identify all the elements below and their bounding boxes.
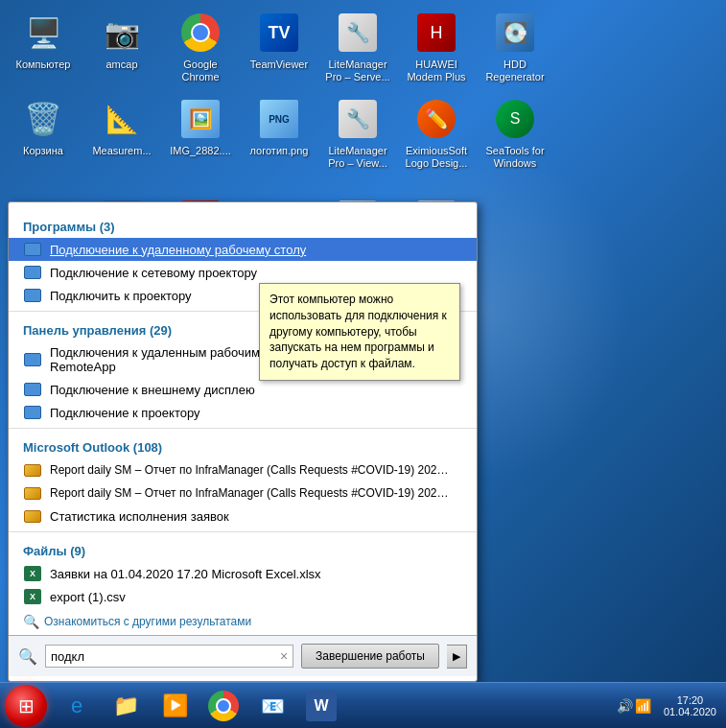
- projector-icon: [23, 288, 42, 303]
- taskbar-ie-button[interactable]: e: [54, 687, 100, 725]
- taskbar-chrome-icon: [208, 691, 239, 721]
- litemanager-server-icon: 🔧: [339, 13, 377, 52]
- shutdown-button[interactable]: Завершение работы: [301, 644, 439, 669]
- hdd-icon: 💽: [496, 13, 534, 52]
- desktop-icon-chrome[interactable]: Google Chrome: [162, 5, 239, 88]
- csv-icon: X: [23, 589, 42, 604]
- divider-2: [9, 428, 477, 429]
- menu-item-external-display[interactable]: Подключение к внешнему дисплею: [9, 378, 477, 401]
- programs-header: Программы (3): [9, 212, 477, 238]
- recycle-bin-icon: 🗑️: [24, 101, 62, 137]
- desktop-icon-amcap[interactable]: 📷 amcap: [83, 5, 160, 88]
- litemanager-view-icon: 🔧: [339, 100, 377, 138]
- windows-logo-icon: ⊞: [18, 694, 35, 717]
- desktop-icon-huawei[interactable]: H HUAWEI Modem Plus: [398, 5, 475, 88]
- shutdown-arrow-button[interactable]: ▶: [447, 645, 467, 669]
- desktop-icon-litemanager-view[interactable]: 🔧 LiteManager Pro – View...: [319, 91, 396, 175]
- taskbar-explorer-button[interactable]: 📁: [103, 687, 149, 725]
- search-area: 🔍 × Завершение работы ▶: [9, 635, 477, 676]
- taskbar-word-icon: W: [306, 691, 337, 721]
- start-button[interactable]: ⊞: [5, 685, 47, 727]
- menu-item-network-projector[interactable]: Подключение к сетевому проектору: [9, 261, 477, 284]
- desktop-icon-recycle[interactable]: 🗑️ Корзина: [5, 91, 82, 175]
- ie-icon: e: [71, 693, 82, 718]
- tray-time: 17:20 01.04.2020: [659, 694, 721, 717]
- outlook-header: Microsoft Outlook (108): [9, 433, 477, 458]
- taskbar-media-button[interactable]: ▶️: [152, 687, 198, 725]
- search-input[interactable]: [51, 649, 276, 664]
- menu-item-rdp[interactable]: Подключение к удаленному рабочему столу: [9, 238, 477, 261]
- taskbar: ⊞ e 📁 ▶️ 📧 W 🔊 📶 17:20 01.04.2020: [0, 682, 726, 728]
- chrome-icon: [181, 13, 220, 52]
- menu-item-outlook1[interactable]: Report daily SM – Отчет по InfraManager …: [9, 458, 477, 481]
- email3-icon: [23, 508, 42, 524]
- network-projector-icon: [23, 265, 42, 280]
- tooltip: Этот компьютер можно использовать для по…: [259, 283, 460, 381]
- start-menu: Программы (3) Подключение к удаленному р…: [8, 201, 478, 682]
- taskbar-outlook-button[interactable]: 📧: [249, 687, 295, 725]
- excel-icon: X: [23, 566, 42, 581]
- explorer-icon: 📁: [113, 693, 139, 718]
- desktop-icon-litemanager-server[interactable]: 🔧 LiteManager Pro – Serve...: [319, 5, 396, 88]
- desktop-icon-measurement[interactable]: 📐 Measurem...: [83, 91, 160, 175]
- system-tray: 🔊 📶: [612, 698, 656, 714]
- desktop-icon-hdd-regenerator[interactable]: 💽 HDD Regenerator: [477, 5, 553, 88]
- desktop-icon-seatools[interactable]: S SeaTools for Windows: [477, 91, 553, 175]
- desktop-icon-img2882[interactable]: 🖼️ IMG_2882....: [162, 91, 239, 175]
- taskbar-word-button[interactable]: W: [298, 687, 344, 725]
- menu-item-outlook2[interactable]: Report daily SM – Отчет по InfraManager …: [9, 481, 477, 505]
- huawei-icon: H: [417, 13, 456, 52]
- search-clear-button[interactable]: ×: [280, 648, 288, 664]
- desktop-icon-computer[interactable]: 🖥️ Компьютер: [5, 5, 82, 88]
- outlook-icon: 📧: [261, 694, 285, 717]
- remoteapp-icon: [23, 352, 42, 367]
- tray-icon-2: 📶: [635, 698, 651, 714]
- teamviewer-icon: TV: [260, 13, 298, 52]
- external-display-icon: [23, 382, 42, 397]
- rdp-icon: [23, 242, 42, 257]
- email2-icon: [23, 485, 42, 501]
- desktop-icon-teamviewer[interactable]: TV TeamViewer: [241, 5, 317, 88]
- menu-item-excel[interactable]: X Заявки на 01.04.2020 17.20 Microsoft E…: [9, 562, 477, 585]
- seagate-icon: S: [496, 100, 534, 138]
- eximious-icon: ✏️: [417, 100, 456, 138]
- desktop-icon-eximious[interactable]: ✏️ EximiousSoft Logo Desig...: [398, 91, 475, 175]
- tray-icon-1: 🔊: [617, 698, 633, 714]
- menu-item-projector2[interactable]: Подключение к проектору: [9, 401, 477, 424]
- search-icon: 🔍: [18, 647, 37, 666]
- png-icon: PNG: [260, 100, 298, 138]
- menu-item-outlook3[interactable]: Статистика исполнения заявок: [9, 505, 477, 528]
- email1-icon: [23, 462, 42, 478]
- taskbar-chrome-button[interactable]: [200, 687, 246, 725]
- files-header: Файлы (9): [9, 536, 477, 562]
- media-player-icon: ▶️: [162, 693, 188, 718]
- search-input-wrap: ×: [45, 645, 293, 668]
- desktop-icon-logotip[interactable]: PNG логотип.png: [241, 91, 317, 175]
- image-icon: 🖼️: [181, 100, 220, 138]
- menu-item-csv[interactable]: X export (1).csv: [9, 585, 477, 608]
- divider-3: [9, 531, 477, 532]
- search-results-link[interactable]: 🔍 Ознакомиться с другими результатами: [9, 608, 477, 635]
- desktop: 🖥️ Компьютер 📷 amcap Google Chrome TV Te…: [0, 0, 726, 728]
- projector2-icon: [23, 405, 42, 420]
